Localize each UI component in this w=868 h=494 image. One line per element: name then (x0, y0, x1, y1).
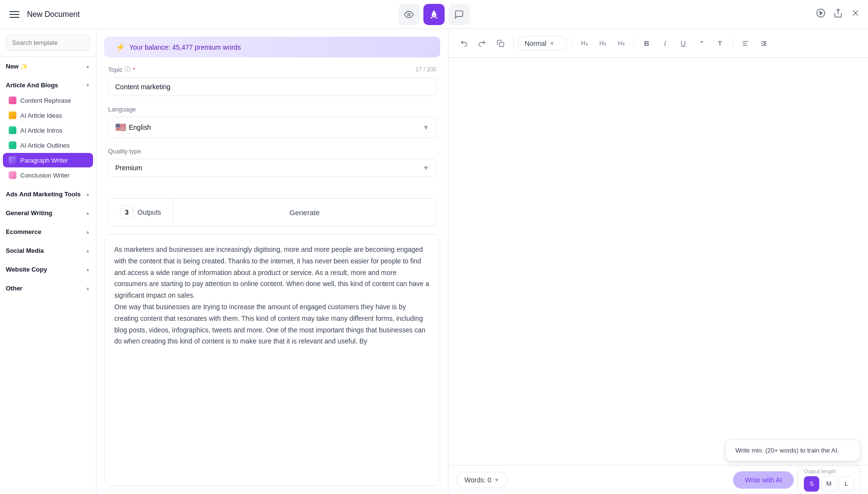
play-button[interactable] (816, 8, 826, 20)
ai-ideas-icon (9, 111, 16, 119)
generate-button[interactable]: Generate (173, 198, 436, 226)
size-m-button[interactable]: M (821, 476, 837, 492)
sidebar-category-ecommerce[interactable]: Ecommerce ▲ (0, 224, 96, 239)
quality-row: Quality type Premium ▼ (108, 148, 436, 177)
tooltip-text: Write min. (20+ words) to train the AI. (735, 447, 839, 454)
h1-button[interactable]: H₁ (577, 36, 592, 51)
top-bar: New Document (0, 0, 868, 29)
lightning-icon: ⚡ (116, 42, 125, 52)
sidebar-item-conclusion-writer[interactable]: Conclusion Writer (3, 168, 93, 182)
outputs-button[interactable]: 3 Outputs (108, 198, 173, 226)
topic-count: 17 / 200 (416, 66, 436, 73)
heading-value: Normal (525, 40, 546, 47)
toolbar-separator-4 (732, 39, 733, 48)
topic-input[interactable] (108, 78, 436, 96)
sidebar-category-article-label: Article And Blogs (6, 82, 58, 89)
words-chevron-icon: ▼ (494, 477, 500, 483)
language-flag: 🇺🇸 (115, 122, 126, 133)
quality-chevron-icon: ▼ (422, 164, 429, 172)
undo-button[interactable] (456, 36, 472, 51)
heading-select[interactable]: Normal ▼ (518, 36, 567, 51)
sidebar-item-ai-article-outlines[interactable]: AI Article Outlines (3, 138, 93, 152)
sidebar-item-ai-article-intros[interactable]: AI Article Intros (3, 123, 93, 137)
share-button[interactable] (833, 8, 843, 20)
conclusion-writer-icon (9, 171, 16, 179)
sidebar-category-new[interactable]: New ✨ ▲ (0, 59, 96, 74)
center-panel: ⚡ Your balance: 45,477 premium words Top… (96, 29, 448, 494)
generated-content: As marketers and businesses are increasi… (104, 234, 440, 486)
right-panel: Normal ▼ H₁ H₂ H₃ B I U " T (448, 29, 868, 494)
balance-text: Your balance: 45,477 premium words (129, 43, 241, 51)
editor-toolbar: Normal ▼ H₁ H₂ H₃ B I U " T (448, 29, 868, 58)
content-rephrase-icon (9, 96, 16, 104)
quote-button[interactable]: " (694, 36, 709, 51)
copy-button[interactable] (493, 36, 508, 51)
sidebar-category-article[interactable]: Article And Blogs ▼ (0, 78, 96, 93)
size-l-button[interactable]: L (839, 476, 854, 492)
language-chevron-icon: ▼ (422, 124, 429, 131)
sidebar-category-other-label: Other (6, 285, 23, 292)
document-title: New Document (27, 10, 80, 19)
ai-tooltip: Write min. (20+ words) to train the AI. (725, 439, 860, 461)
chevron-up-icon2: ▲ (85, 192, 90, 197)
heading-chevron-icon: ▼ (549, 41, 555, 46)
sidebar-item-label: Content Rephrase (20, 97, 71, 104)
editor-bottom-bar: Words: 0 ▼ Write min. (20+ words) to tra… (448, 465, 868, 494)
language-value: English (129, 124, 151, 131)
sidebar: New ✨ ▲ Article And Blogs ▼ Content Reph… (0, 29, 96, 494)
outputs-label: Outputs (137, 208, 161, 216)
language-select[interactable]: 🇺🇸 English ▼ (108, 117, 436, 138)
h2-button[interactable]: H₂ (595, 36, 610, 51)
main-layout: New ✨ ▲ Article And Blogs ▼ Content Reph… (0, 29, 868, 494)
chevron-up-icon5: ▲ (85, 248, 90, 253)
chevron-down-icon: ▼ (85, 82, 90, 88)
sidebar-category-other[interactable]: Other ▲ (0, 281, 96, 296)
chevron-up-icon4: ▲ (85, 229, 90, 234)
svg-point-0 (408, 13, 410, 15)
sidebar-social-section: Social Media ▲ (0, 241, 96, 260)
sidebar-category-ecommerce-label: Ecommerce (6, 228, 41, 235)
sidebar-item-ai-article-ideas[interactable]: AI Article Ideas (3, 108, 93, 123)
sidebar-item-label: Conclusion Writer (20, 172, 69, 179)
sidebar-category-social-label: Social Media (6, 247, 44, 254)
indent-button[interactable] (756, 36, 772, 51)
close-button[interactable] (851, 8, 860, 20)
sidebar-new-section: New ✨ ▲ (0, 57, 96, 76)
sidebar-category-ads[interactable]: Ads And Marketing Tools ▲ (0, 187, 96, 202)
generate-row: 3 Outputs Generate (108, 198, 436, 226)
h3-button[interactable]: H₃ (613, 36, 629, 51)
font-button[interactable]: T (712, 36, 728, 51)
bold-button[interactable]: B (639, 36, 654, 51)
chevron-up-icon3: ▲ (85, 210, 90, 216)
sidebar-item-content-rephrase[interactable]: Content Rephrase (3, 93, 93, 108)
sidebar-item-label: AI Article Ideas (20, 112, 62, 119)
underline-button[interactable]: U (676, 36, 691, 51)
sidebar-category-website[interactable]: Website Copy ▲ (0, 262, 96, 277)
sidebar-category-general[interactable]: General Writing ▲ (0, 206, 96, 220)
chat-button[interactable] (448, 4, 470, 25)
search-input[interactable] (6, 35, 90, 51)
toolbar-separator-1 (513, 39, 514, 48)
topic-label-row: Topic ⓘ * 17 / 200 (108, 65, 436, 74)
sidebar-article-section: Article And Blogs ▼ Content Rephrase AI … (0, 76, 96, 185)
topic-required: * (133, 66, 135, 73)
ai-outlines-icon (9, 141, 16, 149)
sidebar-ecommerce-section: Ecommerce ▲ (0, 222, 96, 241)
output-length-panel: Output length S M L (798, 465, 860, 494)
align-button[interactable] (738, 36, 753, 51)
redo-button[interactable] (475, 36, 490, 51)
write-ai-button[interactable]: Write with AI (733, 471, 794, 489)
menu-button[interactable] (8, 9, 21, 20)
eye-button[interactable] (398, 4, 420, 25)
sidebar-category-social[interactable]: Social Media ▲ (0, 243, 96, 258)
editor-area[interactable] (448, 58, 868, 465)
sidebar-category-ads-label: Ads And Marketing Tools (6, 191, 81, 198)
chevron-up-icon6: ▲ (85, 267, 90, 272)
sidebar-item-paragraph-writer[interactable]: Paragraph Writer (3, 153, 93, 167)
topic-info-icon: ⓘ (124, 65, 131, 74)
italic-button[interactable]: I (657, 36, 673, 51)
words-button[interactable]: Words: 0 ▼ (456, 472, 508, 488)
size-s-button[interactable]: S (804, 476, 819, 492)
quality-select[interactable]: Premium ▼ (108, 159, 436, 177)
rocket-button[interactable] (423, 4, 445, 25)
